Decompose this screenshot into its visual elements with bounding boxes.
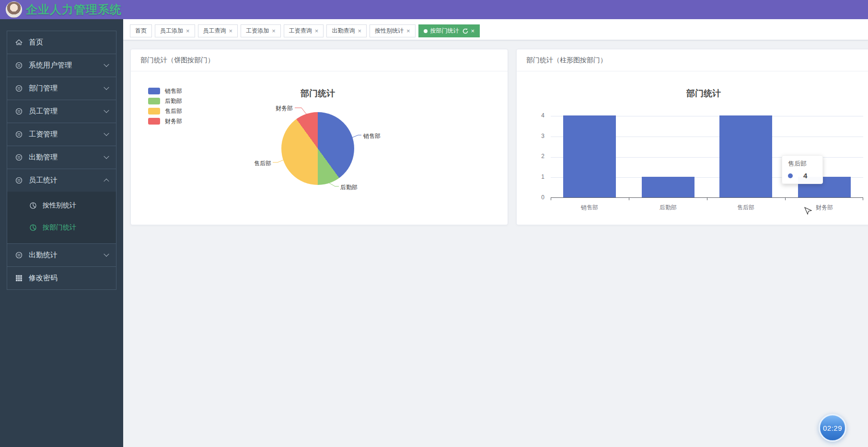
- tab-attendance-query[interactable]: 出勤查询 ×: [326, 24, 367, 37]
- legend-swatch: [148, 88, 160, 94]
- legend-item[interactable]: 财务部: [148, 118, 182, 125]
- tab-label: 出勤查询: [332, 27, 355, 35]
- sidebar-item-label: 员工统计: [29, 176, 104, 185]
- tab-label: 员工查询: [203, 27, 226, 35]
- tab-salary-query[interactable]: 工资查询 ×: [284, 24, 324, 37]
- attendance-icon: [15, 153, 23, 161]
- close-icon[interactable]: ×: [471, 28, 475, 34]
- bar-panel-title: 部门统计（柱形图按部门）: [517, 49, 868, 71]
- legend-label: 后勤部: [165, 97, 182, 105]
- tab-label: 工资查询: [289, 27, 312, 35]
- sidebar-subitem-label: 按性别统计: [43, 201, 76, 210]
- y-axis-tick: 0: [530, 194, 544, 201]
- tab-employee-add[interactable]: 员工添加 ×: [155, 24, 195, 37]
- employee-stats-submenu: 按性别统计 按部门统计: [7, 192, 116, 243]
- chevron-down-icon: [104, 153, 109, 159]
- chevron-down-icon: [104, 107, 109, 113]
- legend-label: 销售部: [165, 87, 182, 95]
- tab-home[interactable]: 首页: [130, 24, 152, 37]
- bar-sales[interactable]: [563, 115, 616, 197]
- x-tick: [863, 198, 863, 200]
- pie-slice-label: 财务部: [260, 104, 293, 113]
- sidebar-subitem-label: 按部门统计: [43, 223, 76, 232]
- pie-chart[interactable]: [281, 112, 354, 185]
- sidebar-item-label: 出勤管理: [29, 153, 104, 162]
- hr-admin-app: 企业人力管理系统 首页 系统用户管理 部门管理: [0, 0, 868, 447]
- sidebar-item-attendance[interactable]: 出勤管理: [7, 146, 116, 169]
- tab-label: 按性别统计: [375, 27, 404, 35]
- sidebar-item-label: 部门管理: [29, 84, 104, 93]
- timer-widget[interactable]: 02:29: [819, 414, 846, 442]
- y-axis-tick: 3: [530, 133, 544, 139]
- tooltip-dot: [788, 173, 793, 178]
- sidebar-item-home[interactable]: 首页: [7, 31, 116, 54]
- sidebar-item-departments[interactable]: 部门管理: [7, 77, 116, 100]
- salary-icon: [15, 130, 23, 138]
- pie-chart-panel: 部门统计（饼图按部门） 部门统计 销售部 后勤部 售后部: [130, 49, 508, 225]
- legend-swatch: [148, 108, 160, 115]
- chevron-down-icon: [104, 130, 109, 136]
- x-tick: [551, 198, 551, 200]
- legend-item[interactable]: 后勤部: [148, 98, 182, 104]
- sidebar: 首页 系统用户管理 部门管理 员: [0, 19, 123, 447]
- close-icon[interactable]: ×: [315, 28, 319, 34]
- attendance-stats-icon: [15, 251, 23, 259]
- x-tick: [629, 198, 629, 200]
- sidebar-item-system-users[interactable]: 系统用户管理: [7, 54, 116, 77]
- refresh-icon[interactable]: [462, 28, 468, 34]
- sidebar-menu: 首页 系统用户管理 部门管理 员: [7, 31, 116, 290]
- pie-chart-icon: [29, 224, 37, 231]
- bar-after-sales[interactable]: [719, 115, 772, 197]
- active-dot-icon: [424, 29, 428, 33]
- tab-stats-by-gender[interactable]: 按性别统计 ×: [370, 24, 416, 37]
- close-icon[interactable]: ×: [406, 28, 410, 34]
- tooltip-value: 4: [803, 172, 807, 180]
- legend-swatch: [148, 98, 160, 104]
- sidebar-item-attendance-stats[interactable]: 出勤统计: [7, 244, 116, 266]
- x-axis-label: 后勤部: [642, 204, 694, 212]
- tab-label: 工资添加: [246, 27, 269, 35]
- x-axis-label: 售后部: [719, 204, 772, 212]
- stats-icon: [15, 176, 23, 184]
- sidebar-item-label: 修改密码: [29, 274, 108, 283]
- bar-logistics[interactable]: [642, 177, 694, 197]
- legend-label: 财务部: [165, 117, 182, 126]
- tab-employee-query[interactable]: 员工查询 ×: [198, 24, 238, 37]
- legend-item[interactable]: 售后部: [148, 108, 182, 115]
- pie-slice-label: 销售部: [363, 132, 381, 140]
- close-icon[interactable]: ×: [229, 28, 233, 34]
- sidebar-item-label: 出勤统计: [29, 251, 104, 260]
- close-icon[interactable]: ×: [272, 28, 276, 34]
- sidebar-item-stats-by-department[interactable]: 按部门统计: [7, 217, 116, 239]
- tab-label: 首页: [135, 27, 147, 35]
- x-axis-label: 销售部: [563, 204, 616, 212]
- legend-item[interactable]: 销售部: [148, 88, 182, 94]
- pie-slice-label: 售后部: [239, 160, 271, 168]
- sidebar-item-employee-stats[interactable]: 员工统计: [7, 169, 116, 192]
- tags-bar: 首页 员工添加 × 员工查询 × 工资添加 × 工资查询 × 出勤查询 × 按性…: [123, 19, 868, 40]
- tab-stats-by-department[interactable]: 按部门统计 ×: [418, 24, 480, 37]
- sidebar-item-stats-by-gender[interactable]: 按性别统计: [7, 195, 116, 217]
- main-content: 部门统计（饼图按部门） 部门统计 销售部 后勤部 售后部: [123, 40, 868, 447]
- tab-salary-add[interactable]: 工资添加 ×: [241, 24, 281, 37]
- pie-chart-icon: [29, 202, 37, 209]
- close-icon[interactable]: ×: [358, 28, 361, 34]
- pie-chart-title: 部门统计: [270, 88, 366, 99]
- y-axis-tick: 1: [530, 173, 544, 180]
- pie-chart-area: 部门统计 销售部 后勤部 售后部: [131, 71, 508, 225]
- home-icon: [15, 38, 23, 46]
- employee-icon: [15, 107, 23, 115]
- user-avatar[interactable]: [6, 1, 22, 18]
- chevron-down-icon: [104, 84, 109, 90]
- app-header: 企业人力管理系统: [0, 0, 868, 19]
- close-icon[interactable]: ×: [186, 28, 190, 34]
- tab-label: 按部门统计: [430, 27, 459, 35]
- sidebar-item-change-password[interactable]: 修改密码: [7, 267, 116, 289]
- sidebar-item-salary[interactable]: 工资管理: [7, 123, 116, 146]
- x-tick: [707, 198, 707, 200]
- chevron-up-icon: [104, 178, 109, 183]
- sidebar-item-label: 工资管理: [29, 130, 104, 139]
- users-icon: [15, 61, 23, 69]
- bar-chart-panel: 部门统计（柱形图按部门） 部门统计 4 3 2 1 0: [516, 49, 868, 225]
- sidebar-item-employees[interactable]: 员工管理: [7, 100, 116, 123]
